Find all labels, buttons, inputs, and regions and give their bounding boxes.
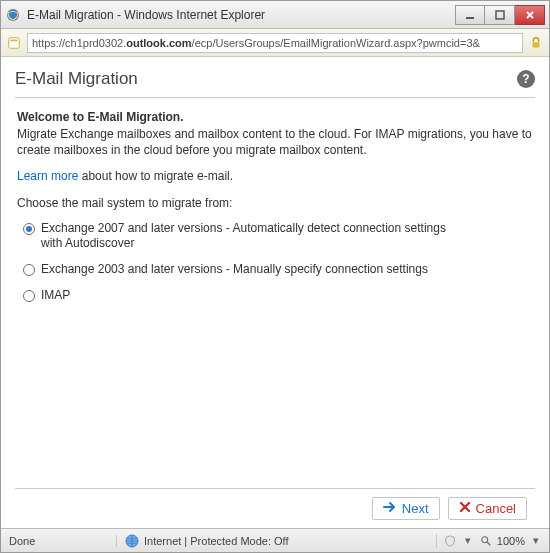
status-left: Done [7, 535, 117, 547]
minimize-button[interactable] [455, 5, 485, 25]
svg-rect-1 [466, 17, 474, 19]
learn-more-rest: about how to migrate e-mail. [78, 169, 233, 183]
help-icon[interactable]: ? [517, 70, 535, 88]
svg-rect-2 [496, 11, 504, 19]
url-field[interactable]: https://ch1prd0302.outlook.com/ecp/Users… [27, 33, 523, 53]
radio-icon [23, 264, 35, 276]
choose-prompt: Choose the mail system to migrate from: [17, 195, 533, 211]
cancel-button[interactable]: Cancel [448, 497, 527, 520]
page-header: E-Mail Migration ? [15, 67, 535, 98]
url-host-pre: ch1prd0302. [65, 37, 126, 49]
radio-option-exchange2003[interactable]: Exchange 2003 and later versions - Manua… [23, 262, 453, 278]
arrow-right-icon [383, 501, 397, 516]
page-body: E-Mail Migration ? Welcome to E-Mail Mig… [1, 57, 549, 528]
radio-label: Exchange 2003 and later versions - Manua… [41, 262, 428, 278]
window-controls [455, 5, 545, 25]
security-report-icon[interactable] [443, 534, 457, 548]
radio-icon [23, 223, 35, 235]
radio-group: Exchange 2007 and later versions - Autom… [17, 221, 533, 303]
welcome-heading: Welcome to E-Mail Migration. [17, 110, 533, 124]
cancel-label: Cancel [476, 501, 516, 516]
next-label: Next [402, 501, 429, 516]
radio-label: Exchange 2007 and later versions - Autom… [41, 221, 453, 252]
svg-point-7 [482, 536, 488, 542]
learn-more-link[interactable]: Learn more [17, 169, 78, 183]
radio-label: IMAP [41, 288, 70, 304]
window-title: E-Mail Migration - Windows Internet Expl… [27, 8, 455, 22]
page-title: E-Mail Migration [15, 69, 517, 89]
status-zone: Internet | Protected Mode: Off [144, 535, 289, 547]
learn-more-line: Learn more about how to migrate e-mail. [17, 168, 533, 184]
radio-icon [23, 290, 35, 302]
url-host-bold: outlook.com [126, 37, 191, 49]
zoom-level[interactable]: 100% [497, 535, 525, 547]
svg-rect-5 [533, 42, 540, 47]
globe-icon [125, 534, 139, 548]
wizard-footer: Next Cancel [15, 488, 535, 528]
zoom-dropdown-icon[interactable]: ▾ [529, 534, 543, 548]
wizard-content: Welcome to E-Mail Migration. Migrate Exc… [15, 98, 535, 488]
welcome-body: Migrate Exchange mailboxes and mailbox c… [17, 126, 533, 158]
url-scheme: https:// [32, 37, 65, 49]
next-button[interactable]: Next [372, 497, 440, 520]
status-bar: Done Internet | Protected Mode: Off ▾ 10… [1, 528, 549, 552]
svg-rect-3 [9, 37, 20, 48]
url-path: /ecp/UsersGroups/EmailMigrationWizard.as… [192, 37, 480, 49]
status-right: ▾ 100% ▾ [437, 534, 543, 548]
page-icon [6, 35, 22, 51]
svg-rect-4 [11, 39, 18, 41]
window-titlebar: E-Mail Migration - Windows Internet Expl… [1, 1, 549, 29]
radio-option-imap[interactable]: IMAP [23, 288, 453, 304]
maximize-button[interactable] [485, 5, 515, 25]
ie-favicon [5, 7, 21, 23]
lock-icon [528, 35, 544, 51]
close-button[interactable] [515, 5, 545, 25]
zoom-icon[interactable] [479, 534, 493, 548]
status-mid: Internet | Protected Mode: Off [117, 534, 437, 548]
radio-option-exchange2007[interactable]: Exchange 2007 and later versions - Autom… [23, 221, 453, 252]
x-icon [459, 501, 471, 516]
address-bar: https://ch1prd0302.outlook.com/ecp/Users… [1, 29, 549, 57]
dropdown-icon[interactable]: ▾ [461, 534, 475, 548]
